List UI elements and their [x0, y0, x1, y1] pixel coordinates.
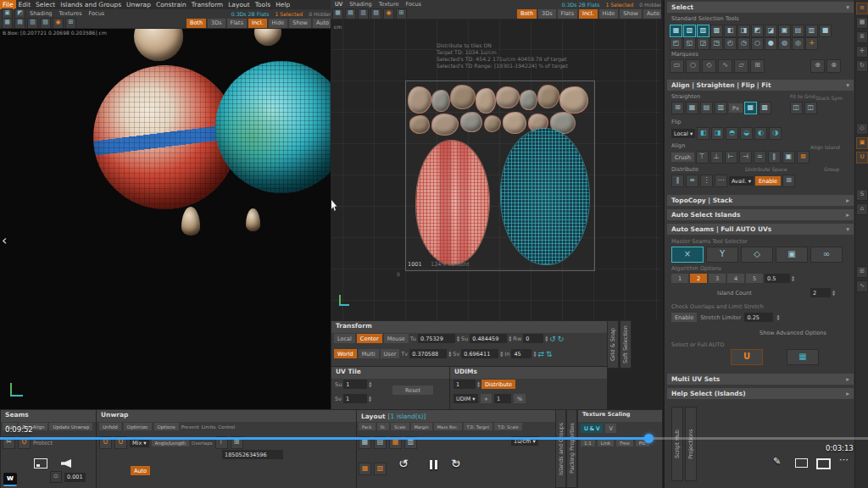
v-scale-tab[interactable]: V: [605, 424, 615, 433]
link-seams-icon[interactable]: ∞: [810, 247, 843, 263]
toggle-incl[interactable]: Incl.: [248, 19, 266, 28]
invert-icon[interactable]: ◎: [792, 37, 804, 50]
toggle-auto[interactable]: Auto: [313, 19, 331, 28]
collapse-caret-icon[interactable]: ▸: [846, 390, 849, 397]
udim-count-stepper[interactable]: ▲▼: [477, 381, 480, 388]
udim-percent-button[interactable]: %: [514, 394, 526, 403]
toggle-incl[interactable]: Incl.: [579, 9, 597, 19]
quadrant-nw-icon[interactable]: ◰: [670, 37, 682, 50]
algo-1-button[interactable]: 1: [671, 274, 688, 283]
udim-distribute-button[interactable]: Distribute: [481, 380, 515, 389]
island-count-stepper[interactable]: ▲▼: [832, 290, 835, 297]
section-auto-select-header[interactable]: Auto Select Islands▸: [667, 209, 854, 220]
sub-marquee-icon[interactable]: ⊗: [826, 59, 841, 73]
uv-island-pebble[interactable]: [537, 85, 559, 108]
seams-header[interactable]: Seams: [1, 410, 97, 422]
collapse-caret-icon[interactable]: ▾: [846, 225, 849, 233]
algo-3-button[interactable]: 3: [709, 274, 726, 283]
show-advanced-options-link[interactable]: Show Advanced Options: [760, 330, 826, 336]
select-island-icon[interactable]: ▧: [40, 18, 51, 29]
toggle-show[interactable]: Show: [289, 19, 311, 28]
align-top-icon[interactable]: ⊤: [696, 151, 709, 164]
unwrap-panel-icon[interactable]: U: [856, 152, 868, 164]
select-half-icon[interactable]: ◧: [724, 25, 737, 37]
select-border-icon[interactable]: ▨: [697, 25, 709, 37]
collapse-caret-icon[interactable]: ▸: [846, 211, 849, 219]
layout-orange-icon[interactable]: ▦: [359, 463, 371, 475]
uv-island-sphere-red[interactable]: [416, 141, 489, 264]
unfold-button[interactable]: Unfold: [99, 423, 121, 430]
enable-stretch-button[interactable]: Enable: [671, 313, 697, 322]
weld-settings-gear-icon[interactable]: ⊙: [50, 471, 62, 483]
flip-u-icon[interactable]: ◧: [697, 127, 709, 140]
tab-focus[interactable]: Focus: [86, 10, 108, 17]
select-rows-icon[interactable]: ▤: [792, 25, 804, 37]
select-corner-icon[interactable]: ◩: [751, 25, 764, 37]
align-right-icon[interactable]: ⊣: [739, 151, 752, 164]
rect-marquee-icon[interactable]: ▭: [670, 59, 684, 73]
menu-unwrap[interactable]: Unwrap: [124, 0, 153, 9]
distribute-h-icon[interactable]: ∥: [671, 175, 684, 187]
select-edge-icon[interactable]: ▤: [14, 18, 25, 29]
align-bottom-icon[interactable]: ⊥: [710, 151, 723, 164]
section-select-header[interactable]: Select▾: [667, 2, 854, 13]
menu-transform[interactable]: Transform: [189, 0, 225, 9]
quadrant-sw-icon[interactable]: ◱: [683, 37, 696, 50]
mesh-shell[interactable]: [246, 208, 260, 231]
udim-mode-dropdown[interactable]: UDIM ▾: [453, 394, 478, 403]
rewind-10-button[interactable]: ↺10: [398, 455, 409, 471]
fullscreen-icon[interactable]: [816, 458, 831, 469]
tab-textures[interactable]: Textures: [56, 10, 84, 17]
menu-islands-groups[interactable]: Islands and Groups: [58, 0, 124, 9]
space-world-button[interactable]: World: [334, 349, 357, 358]
st-button[interactable]: St.: [377, 423, 390, 430]
box-seams-icon[interactable]: ◇: [741, 247, 773, 263]
toggle-flats[interactable]: Flats: [227, 19, 247, 28]
mesh-sphere-teal[interactable]: [215, 61, 331, 193]
udim-count-field[interactable]: 1: [453, 380, 476, 389]
island-panel-icon[interactable]: ◇: [856, 123, 868, 135]
su-field[interactable]: 0.484459: [470, 334, 507, 343]
collapse-caret-icon[interactable]: ▾: [846, 81, 849, 89]
menu-help[interactable]: Help: [273, 0, 292, 9]
menu-constrain[interactable]: Constrain: [153, 0, 189, 9]
pivot-local-button[interactable]: Local: [334, 334, 355, 343]
section-multi-uv-header[interactable]: Multi UV Sets▸: [667, 374, 854, 385]
collapse-caret-icon[interactable]: ▾: [846, 3, 849, 11]
overlaps-value-field[interactable]: 185052634596: [222, 450, 283, 459]
stack-sym-icon[interactable]: ◫: [804, 102, 817, 114]
toggle-both[interactable]: Both: [517, 9, 537, 19]
miniplayer-icon[interactable]: [795, 458, 808, 468]
layout-header[interactable]: Layout [1 island(s)]: [357, 410, 556, 422]
tile-su-field[interactable]: 1: [343, 380, 367, 389]
flip-down-icon[interactable]: ◒: [740, 127, 753, 140]
group-icon[interactable]: ⊞: [782, 175, 795, 187]
align-panel-icon[interactable]: ≣: [856, 31, 868, 43]
straighten-island-icon[interactable]: ▥: [715, 102, 727, 114]
select-face-icon[interactable]: ▥: [27, 18, 38, 29]
space-multi-button[interactable]: Multi: [359, 349, 379, 358]
flip-v-icon[interactable]: ◨: [711, 127, 724, 140]
control-label[interactable]: Control: [218, 424, 235, 430]
crush-button[interactable]: Crush: [671, 152, 694, 162]
enable-group-button[interactable]: Enable: [755, 176, 781, 186]
optimize-button[interactable]: Optimize: [124, 423, 152, 430]
flip-space-dropdown[interactable]: Local ▾: [671, 129, 695, 138]
align-center-h-icon[interactable]: =: [754, 151, 766, 164]
prev-video-chevron[interactable]: ‹: [2, 232, 7, 248]
sv-field[interactable]: 0.696411: [461, 349, 498, 358]
mosaic-seams-icon[interactable]: ×: [671, 247, 704, 263]
toggle-hide[interactable]: Hide: [269, 19, 288, 28]
circle-marquee-icon[interactable]: ○: [686, 59, 700, 73]
uv-island-pebble[interactable]: [476, 88, 496, 114]
sharp-edges-seams-icon[interactable]: Y: [706, 247, 738, 263]
select-island-icon[interactable]: ▧: [370, 8, 381, 19]
video-scrubber-handle[interactable]: [644, 434, 654, 443]
uv-scale-tab[interactable]: U & V: [581, 424, 603, 433]
uv-island-pebble[interactable]: [431, 90, 450, 112]
tu-field[interactable]: 0.75329: [418, 334, 455, 343]
circle-icon[interactable]: ○: [751, 37, 764, 50]
toggle-auto[interactable]: Auto: [643, 9, 661, 19]
rw-field[interactable]: 0: [523, 334, 543, 343]
cast-icon[interactable]: [34, 458, 47, 469]
